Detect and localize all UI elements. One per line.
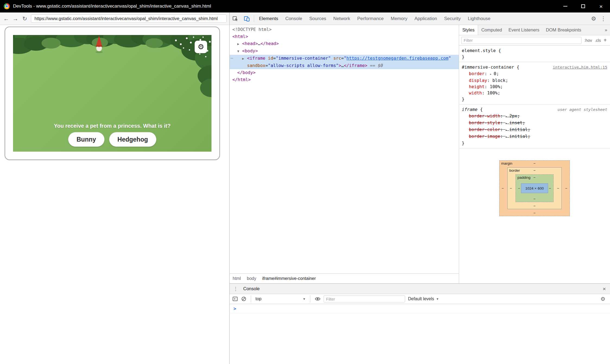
tab-console[interactable]: Console: [282, 12, 306, 25]
css-property[interactable]: border-width: ▸ 2px;: [462, 113, 607, 120]
code-token: sandbox: [247, 63, 265, 68]
refresh-button[interactable]: ↻: [20, 15, 29, 22]
rule-source-link[interactable]: interactive…him.html:15: [550, 64, 607, 71]
live-expression-eye-icon[interactable]: [315, 296, 321, 302]
inspect-element-icon[interactable]: [232, 15, 239, 22]
gear-icon: ⚙: [198, 43, 204, 51]
box-model-content[interactable]: 1024 × 600: [521, 183, 548, 193]
code-token: </iframe>: [344, 63, 367, 68]
property-colon: :: [482, 90, 487, 95]
tab-lighthouse[interactable]: Lighthouse: [464, 12, 494, 25]
dom-tree-line[interactable]: sandbox="allow-scripts allow-forms">…</i…: [230, 62, 459, 69]
maximize-icon: [581, 4, 585, 8]
source-url-link[interactable]: https://testgnomegarden.firebaseapp.com: [346, 56, 448, 61]
forward-button[interactable]: →: [11, 15, 20, 22]
maximize-button[interactable]: [574, 0, 592, 12]
close-button[interactable]: ×: [592, 0, 610, 12]
tree-expander-icon[interactable]: ▼: [237, 48, 242, 55]
console-sidebar-toggle-icon[interactable]: [232, 296, 238, 302]
toggle-class-button[interactable]: .cls: [595, 38, 601, 43]
new-style-rule-button[interactable]: +: [603, 37, 608, 43]
dom-tree-line[interactable]: ⋯▶<iframe id="immersive-container" src="…: [230, 55, 459, 62]
console-filter-input[interactable]: [324, 295, 405, 302]
padding-right-value[interactable]: −: [549, 186, 551, 190]
clear-console-icon[interactable]: [241, 296, 246, 302]
dom-tree-line[interactable]: <!DOCTYPE html>: [230, 26, 459, 33]
shorthand-expander-icon[interactable]: ▸: [505, 114, 509, 118]
css-property[interactable]: height: 100%;: [462, 84, 607, 90]
breadcrumb-item-html[interactable]: html: [230, 274, 244, 283]
breadcrumb-item-body[interactable]: body: [244, 274, 259, 283]
rule-selector[interactable]: element.style: [462, 47, 496, 54]
box-model-padding[interactable]: padding − − − − 1024 × 600: [516, 174, 554, 202]
box-model-border[interactable]: border − − − − padding − − − − 1024 × 60…: [507, 167, 562, 209]
breadcrumb-item-iframe-immersive-container[interactable]: iframe#immersive-container: [259, 274, 319, 283]
tree-expander-icon[interactable]: ▶: [237, 40, 242, 47]
device-toolbar-icon[interactable]: [244, 15, 250, 22]
margin-left-value[interactable]: −: [502, 186, 504, 190]
css-property[interactable]: width: 100%;: [462, 90, 607, 96]
log-levels-dropdown[interactable]: Default levels ▼: [408, 296, 439, 301]
tab-memory[interactable]: Memory: [387, 12, 411, 25]
shorthand-expander-icon[interactable]: ▸: [505, 121, 509, 125]
url-bar[interactable]: https://www.gstatic.com/assistant/intera…: [31, 14, 227, 23]
console-prompt[interactable]: >: [230, 304, 610, 313]
dom-tree-line[interactable]: <html>: [230, 33, 459, 40]
dom-tree-line[interactable]: ▶<head>…</head>: [230, 40, 459, 47]
more-menu-icon[interactable]: ⋮: [600, 15, 606, 22]
sidebar-tab-dom-breakpoints[interactable]: DOM Breakpoints: [543, 25, 584, 35]
padding-left-value[interactable]: −: [518, 186, 520, 190]
execution-context-selector[interactable]: top ▼: [255, 296, 306, 301]
tab-application[interactable]: Application: [411, 12, 441, 25]
tab-performance[interactable]: Performance: [354, 12, 387, 25]
settings-gear-icon[interactable]: ⚙: [591, 15, 596, 22]
toggle-hover-state-button[interactable]: :hov: [584, 38, 592, 43]
shorthand-expander-icon[interactable]: ▸: [505, 135, 509, 139]
css-property[interactable]: display: block;: [462, 77, 607, 84]
dom-tree-line[interactable]: </html>: [230, 76, 459, 83]
sidebar-tab-event-listeners[interactable]: Event Listeners: [505, 25, 543, 35]
padding-top-value[interactable]: −: [533, 175, 536, 180]
code-token: =: [273, 56, 276, 61]
border-left-value[interactable]: −: [510, 186, 512, 190]
drawer-tab-console[interactable]: Console: [242, 286, 261, 291]
sidebar-tab-computed[interactable]: Computed: [478, 25, 505, 35]
tab-security[interactable]: Security: [441, 12, 464, 25]
minimize-button[interactable]: [556, 0, 574, 12]
dom-tree-line[interactable]: </body>: [230, 69, 459, 76]
game-settings-button[interactable]: ⚙: [195, 41, 207, 53]
margin-bottom-value[interactable]: −: [533, 211, 536, 215]
border-right-value[interactable]: −: [557, 186, 559, 190]
tab-elements[interactable]: Elements: [255, 12, 282, 25]
border-top-value[interactable]: −: [533, 168, 536, 173]
drawer-close-icon[interactable]: ×: [599, 286, 610, 292]
css-property[interactable]: border-color: ▸ initial;: [462, 126, 607, 133]
sidebar-tab-styles[interactable]: Styles: [459, 25, 478, 35]
shorthand-expander-icon[interactable]: ▸: [490, 72, 494, 76]
answer-button-hedgehog[interactable]: Hedgehog: [109, 132, 156, 147]
tab-sources[interactable]: Sources: [306, 12, 330, 25]
console-settings-gear-icon[interactable]: ⚙: [600, 296, 608, 302]
rule-selector[interactable]: iframe: [462, 106, 478, 113]
rule-selector[interactable]: #immersive-container: [462, 64, 514, 70]
shorthand-expander-icon[interactable]: ▸: [505, 128, 509, 132]
minimize-icon: [563, 6, 567, 7]
code-token: [265, 56, 268, 61]
tree-expander-icon[interactable]: ▶: [242, 55, 247, 62]
overflow-chevron-icon[interactable]: »: [602, 27, 610, 33]
margin-right-value[interactable]: −: [565, 186, 567, 190]
styles-filter-input[interactable]: [461, 37, 581, 44]
dom-tree-line[interactable]: ▼<body>: [230, 47, 459, 55]
drawer-menu-icon[interactable]: ⋮: [230, 286, 242, 292]
css-property[interactable]: border-style: ▸ inset;: [462, 120, 607, 126]
margin-top-value[interactable]: −: [533, 161, 536, 165]
answer-button-bunny[interactable]: Bunny: [68, 132, 105, 147]
padding-bottom-value[interactable]: −: [533, 197, 536, 201]
tab-network[interactable]: Network: [330, 12, 354, 25]
more-dots-icon[interactable]: ⋯: [230, 55, 233, 62]
border-bottom-value[interactable]: −: [533, 204, 536, 208]
box-model-margin[interactable]: margin − − − − border − − − − padding − …: [499, 160, 570, 216]
css-property[interactable]: border-image: ▸ initial;: [462, 133, 607, 140]
back-button[interactable]: ←: [2, 15, 11, 22]
css-property[interactable]: border: ▸ 0;: [462, 71, 607, 77]
